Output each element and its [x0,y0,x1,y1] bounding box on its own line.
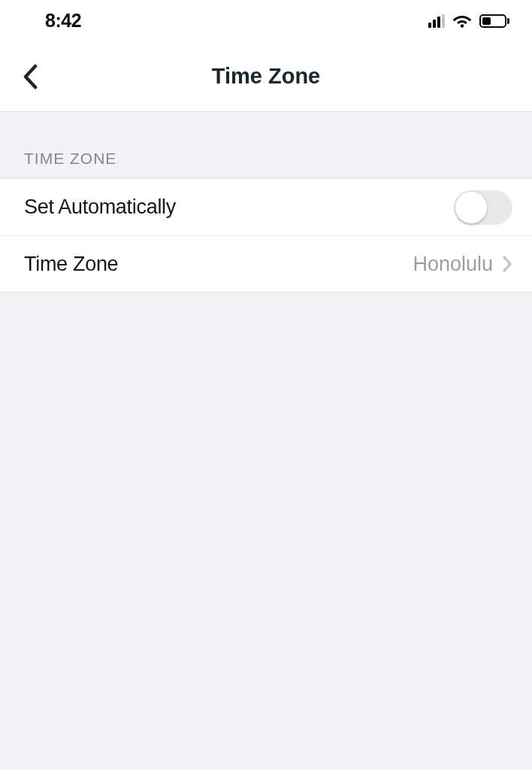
nav-bar: Time Zone [0,41,532,112]
settings-list: Set Automatically Time Zone Honolulu [0,178,532,293]
row-value: Honolulu [413,253,493,276]
wifi-icon [452,14,472,28]
status-bar: 8:42 [0,0,532,41]
toggle-set-automatically[interactable] [454,190,512,225]
row-label: Time Zone [24,253,118,276]
back-button[interactable] [15,56,45,97]
section-header-label: TIME ZONE [24,150,508,168]
cellular-icon [428,14,445,28]
chevron-left-icon [23,64,38,89]
svg-point-0 [461,24,464,28]
status-time: 8:42 [45,10,81,32]
row-label: Set Automatically [24,196,176,219]
status-icons [428,14,509,28]
row-set-automatically[interactable]: Set Automatically [0,179,532,235]
page-title: Time Zone [212,64,321,89]
chevron-right-icon [502,255,512,273]
section-header: TIME ZONE [0,112,532,178]
toggle-knob [455,192,487,223]
row-time-zone[interactable]: Time Zone Honolulu [0,235,532,292]
row-right: Honolulu [413,253,512,276]
battery-icon [479,14,509,28]
